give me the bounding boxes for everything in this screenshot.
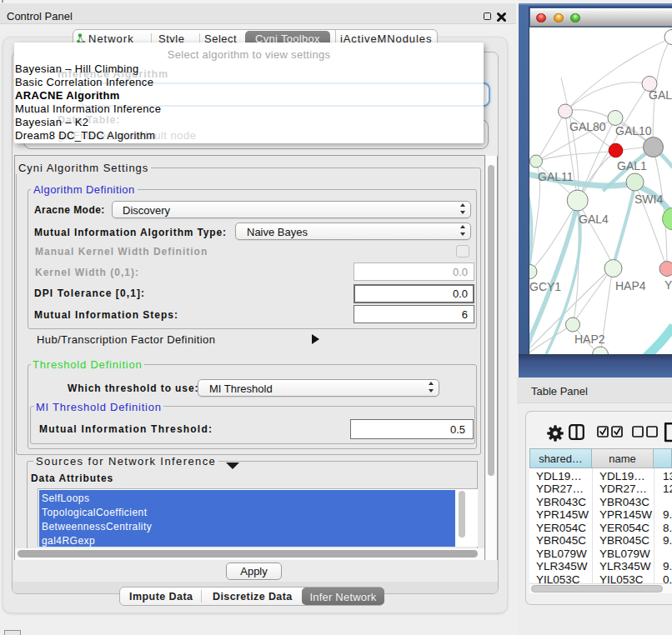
svg-text:HAP2: HAP2 (574, 332, 605, 346)
svg-text:GAL4: GAL4 (579, 212, 609, 226)
svg-text:GAL1: GAL1 (617, 159, 647, 172)
svg-text:GAL: GAL (649, 88, 672, 102)
svg-text:GAL11: GAL11 (538, 170, 574, 183)
svg-text:GAL80: GAL80 (569, 120, 606, 133)
svg-text:SWI4: SWI4 (634, 192, 663, 206)
svg-text:Y: Y (664, 278, 672, 292)
svg-text:GCY1: GCY1 (529, 280, 561, 293)
svg-text:GAL10: GAL10 (615, 124, 652, 138)
svg-text:HAP4: HAP4 (615, 279, 646, 292)
